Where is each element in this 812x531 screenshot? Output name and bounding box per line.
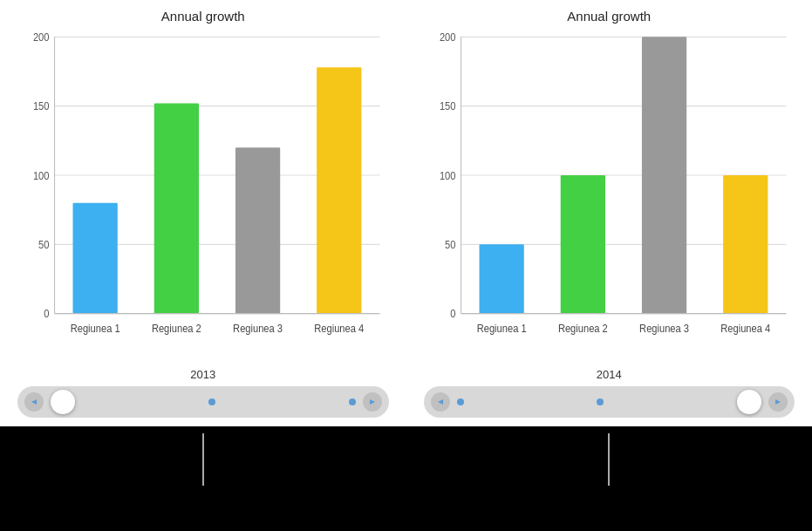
svg-marker-43 xyxy=(775,399,781,405)
scrubber2-dot-1 xyxy=(457,398,464,405)
scrubber2-left-arrow[interactable] xyxy=(431,392,450,412)
scrubber1-dot-2 xyxy=(349,398,356,405)
svg-text:0: 0 xyxy=(44,308,49,321)
svg-text:Regiunea 2: Regiunea 2 xyxy=(557,322,607,335)
callout-line-1 xyxy=(17,433,389,524)
svg-rect-10 xyxy=(73,203,118,314)
chart2-title: Annual growth xyxy=(567,9,651,24)
svg-marker-42 xyxy=(438,399,443,405)
scrubber2-right-arrow[interactable] xyxy=(768,392,788,412)
bottom-black xyxy=(0,426,812,531)
svg-text:50: 50 xyxy=(38,238,50,251)
chart1-year: 2013 xyxy=(190,368,215,381)
svg-text:200: 200 xyxy=(33,31,50,44)
svg-rect-32 xyxy=(560,175,604,314)
chart2-container: 050100150200Regiunea 1Regiunea 2Regiunea… xyxy=(424,29,795,364)
svg-rect-36 xyxy=(723,175,768,314)
scrubber-1 xyxy=(17,386,389,418)
svg-text:200: 200 xyxy=(439,31,455,44)
svg-rect-14 xyxy=(235,147,280,313)
svg-marker-41 xyxy=(370,399,375,405)
scrubber2-thumb[interactable] xyxy=(737,390,761,414)
chart-panel-2: Annual growth 050100150200Regiunea 1Regi… xyxy=(424,9,795,386)
callout-line-2-inner xyxy=(608,433,610,486)
svg-rect-30 xyxy=(479,244,523,313)
scrubber1-track xyxy=(44,390,363,414)
chart2-year: 2014 xyxy=(597,368,622,381)
scrubber-2 xyxy=(424,386,795,418)
chart2-svg: 050100150200Regiunea 1Regiunea 2Regiunea… xyxy=(424,29,795,364)
chart1-svg: 050100150200Regiunea 1Regiunea 2Regiunea… xyxy=(17,29,389,364)
scrubber2-track xyxy=(450,390,769,414)
svg-text:0: 0 xyxy=(450,308,455,321)
chart1-title: Annual growth xyxy=(161,9,245,24)
svg-rect-16 xyxy=(317,67,361,313)
svg-text:Regiunea 4: Regiunea 4 xyxy=(314,322,364,335)
svg-marker-40 xyxy=(31,399,37,405)
svg-text:Regiunea 2: Regiunea 2 xyxy=(152,322,201,335)
chart1-container: 050100150200Regiunea 1Regiunea 2Regiunea… xyxy=(17,29,389,364)
scrubber1-thumb[interactable] xyxy=(51,390,75,414)
svg-text:Regiunea 3: Regiunea 3 xyxy=(233,322,283,335)
svg-text:Regiunea 1: Regiunea 1 xyxy=(71,322,120,335)
svg-text:150: 150 xyxy=(439,100,455,113)
scrubber-row xyxy=(0,386,812,426)
svg-text:50: 50 xyxy=(445,238,456,251)
svg-text:Regiunea 4: Regiunea 4 xyxy=(720,322,770,335)
scrubber1-dot-1 xyxy=(208,398,215,405)
callout-line-1-inner xyxy=(202,433,204,486)
svg-rect-12 xyxy=(154,103,199,313)
svg-text:Regiunea 1: Regiunea 1 xyxy=(476,322,526,335)
scrubber1-left-arrow[interactable] xyxy=(24,392,44,412)
svg-rect-34 xyxy=(641,37,686,313)
scrubber2-dot-2 xyxy=(597,398,604,405)
svg-text:100: 100 xyxy=(33,169,50,182)
svg-text:Regiunea 3: Regiunea 3 xyxy=(639,322,689,335)
scrubber1-right-arrow[interactable] xyxy=(363,392,382,412)
svg-text:150: 150 xyxy=(33,100,50,113)
svg-text:100: 100 xyxy=(439,169,455,182)
chart-panel-1: Annual growth 050100150200Regiunea 1Regi… xyxy=(17,9,389,386)
callout-line-2 xyxy=(424,433,795,524)
